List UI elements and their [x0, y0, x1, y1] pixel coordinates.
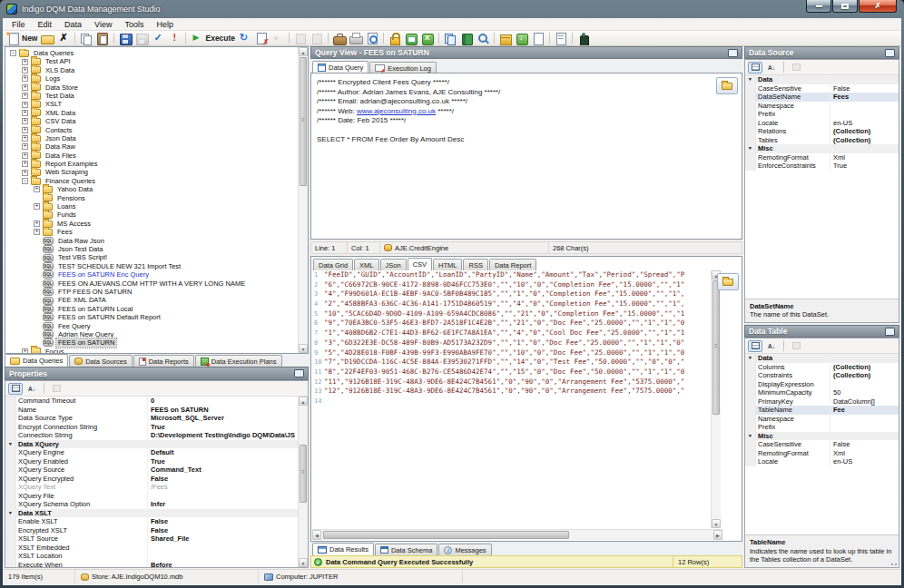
- expander-icon[interactable]: +: [22, 67, 28, 74]
- exit-button[interactable]: [575, 32, 592, 45]
- mail-export-button[interactable]: [403, 32, 419, 45]
- paste-button[interactable]: [94, 32, 111, 45]
- categorize-button[interactable]: [8, 383, 23, 395]
- property-row[interactable]: Data Source TypeMicrosoft_SQL_Server: [5, 414, 308, 423]
- property-row[interactable]: Encrypted XSLTFalse: [5, 526, 308, 535]
- scroll-thumb[interactable]: [300, 57, 307, 186]
- property-row[interactable]: DataSetNameFees: [745, 93, 899, 102]
- book-button[interactable]: [458, 32, 475, 45]
- tab-data-report[interactable]: Data Report: [489, 259, 536, 270]
- tree-item[interactable]: SQLData Raw Json: [6, 237, 308, 245]
- tab-rss[interactable]: RSS: [463, 259, 487, 270]
- scroll-down-icon[interactable]: ▼: [712, 519, 721, 528]
- tab-data-sources[interactable]: Data Sources: [69, 355, 132, 367]
- property-row[interactable]: XQuery File: [5, 492, 308, 501]
- new-doc-button[interactable]: [530, 32, 546, 45]
- tab-json[interactable]: JSon: [380, 259, 407, 270]
- title-bar[interactable]: Indigo DQM Data Management Studio ✗: [0, 0, 904, 18]
- property-row[interactable]: XQuery Text/Fees: [5, 483, 308, 492]
- maximize-button[interactable]: [832, 0, 858, 13]
- expander-icon[interactable]: +: [22, 161, 28, 167]
- tree-item[interactable]: +Data Raw: [6, 142, 308, 151]
- briefcase-button[interactable]: [331, 32, 348, 45]
- open-folder-button[interactable]: [39, 32, 55, 45]
- tab-data-results[interactable]: Data Results: [312, 543, 374, 555]
- tree-item[interactable]: -Data Queries: [6, 49, 308, 57]
- expander-icon[interactable]: +: [22, 127, 28, 133]
- tree-item[interactable]: +Test API: [6, 57, 308, 65]
- property-row[interactable]: Localeen-US: [745, 457, 899, 466]
- panel-float-icon[interactable]: [294, 369, 304, 377]
- query-web-link[interactable]: www.ajeconsulting.co.uk: [357, 107, 436, 115]
- property-category[interactable]: ▾Data XQuery: [5, 440, 308, 449]
- menu-data[interactable]: Data: [58, 19, 88, 30]
- tree-item[interactable]: -Finance Queries: [6, 177, 308, 185]
- property-row[interactable]: Command Timeout0: [5, 397, 308, 406]
- tree-item[interactable]: +Json Data: [6, 134, 308, 142]
- panel-float-icon[interactable]: [885, 328, 895, 336]
- tree-item[interactable]: SQLFTP FEES ON SATURN: [6, 288, 308, 296]
- expander-icon[interactable]: +: [22, 348, 28, 353]
- delete-button[interactable]: [55, 32, 72, 45]
- property-row[interactable]: Constraints(Collection): [745, 371, 899, 380]
- expander-icon[interactable]: +: [22, 152, 28, 159]
- tree-item[interactable]: SQLFEES on SATURN Default Report: [6, 313, 308, 321]
- tree-item[interactable]: SQLFEES on SATURN Local: [6, 305, 308, 313]
- tab-data-schema[interactable]: Data Schema: [375, 544, 437, 555]
- scroll-thumb[interactable]: [323, 531, 569, 539]
- scroll-thumb[interactable]: [300, 445, 307, 503]
- menu-edit[interactable]: Edit: [32, 19, 59, 30]
- property-row[interactable]: RemotingFormatXml: [745, 153, 899, 162]
- tree-item[interactable]: SQLTest VBS Script!: [6, 253, 308, 261]
- property-row[interactable]: Encrypt Connection StringTrue: [5, 423, 308, 432]
- tab-data-query[interactable]: Data Query: [312, 61, 368, 74]
- expander-icon[interactable]: +: [22, 110, 28, 116]
- report2-button[interactable]: [553, 32, 569, 45]
- property-row[interactable]: Localeen-US: [745, 119, 899, 128]
- csv-horizontal-scrollbar[interactable]: ◀ ▶: [312, 529, 722, 540]
- scroll-up-icon[interactable]: ▲: [299, 47, 308, 56]
- property-row[interactable]: XSLT SourceShared_File: [5, 534, 308, 544]
- property-row[interactable]: XQuery EngineDefault: [5, 448, 308, 457]
- categorize-button[interactable]: [748, 62, 762, 74]
- menu-help[interactable]: Help: [150, 19, 180, 30]
- expander-icon[interactable]: +: [22, 75, 28, 82]
- property-row[interactable]: Tables(Collection): [745, 136, 899, 145]
- export-csv-button[interactable]: [717, 273, 739, 290]
- copy-data-button[interactable]: [442, 32, 458, 45]
- lock-button[interactable]: [387, 32, 403, 45]
- menu-tools[interactable]: Tools: [118, 19, 150, 30]
- tree-item[interactable]: +XML Data: [6, 109, 308, 117]
- tree-scrollbar[interactable]: ▲ ▼: [298, 47, 308, 353]
- property-row[interactable]: XSLT Location: [5, 552, 308, 561]
- scroll-thumb[interactable]: [712, 280, 720, 415]
- tree-item[interactable]: SQLFEE XML DATA: [6, 296, 308, 304]
- expander-icon[interactable]: -: [22, 178, 28, 184]
- save-button[interactable]: [117, 32, 133, 45]
- sort-alphabetical-button[interactable]: [25, 383, 39, 395]
- tab-xml[interactable]: XML: [354, 259, 378, 270]
- expander-icon[interactable]: +: [34, 229, 40, 235]
- cancel-query-button[interactable]: [253, 32, 270, 45]
- tree-item[interactable]: SQLFEES ON AJEVANS.COM HTTP WITH A VERY …: [6, 279, 308, 288]
- preview-button[interactable]: [364, 32, 380, 45]
- property-row[interactable]: Namespace: [745, 102, 899, 111]
- menu-file[interactable]: File: [5, 19, 32, 30]
- excel-export-button[interactable]: [419, 32, 436, 45]
- panel-float-icon[interactable]: [728, 49, 738, 57]
- menu-view[interactable]: View: [88, 19, 118, 30]
- refresh-button[interactable]: [237, 32, 253, 45]
- tree-item[interactable]: +CSV Data: [6, 117, 308, 125]
- copy-button[interactable]: [78, 32, 94, 45]
- property-category[interactable]: ▾Misc: [745, 432, 899, 441]
- scroll-down-icon[interactable]: ▼: [299, 344, 308, 353]
- tree-item[interactable]: SQLJson Test Data: [6, 245, 308, 253]
- validate-button[interactable]: [150, 32, 166, 45]
- property-row[interactable]: NameFEES on SATURN: [5, 406, 308, 415]
- search-button[interactable]: [475, 32, 491, 45]
- categorize-button[interactable]: [748, 340, 762, 352]
- tab-messages[interactable]: Messages: [438, 544, 491, 555]
- property-row[interactable]: CaseSensitiveFalse: [745, 84, 899, 93]
- property-row[interactable]: DisplayExpression: [745, 380, 899, 389]
- tab-data-grid[interactable]: Data Grid: [313, 259, 353, 270]
